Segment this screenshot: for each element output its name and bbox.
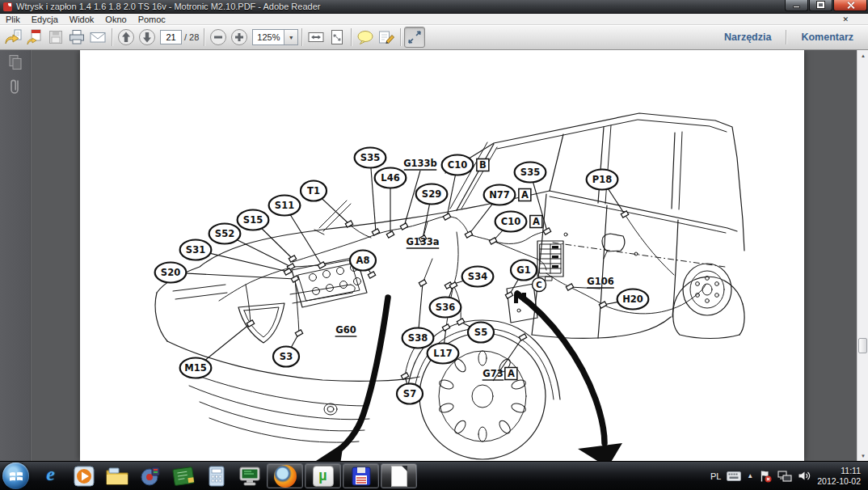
diagram-label-g60: G60 [335,324,357,336]
keyboard-icon[interactable] [727,471,741,481]
svg-text:S38: S38 [408,332,428,344]
diagram-label-g1: G1 [511,260,537,281]
start-button[interactable] [2,463,29,489]
diagram-label-s34: S34 [462,267,494,287]
attachments-button[interactable] [0,74,31,99]
menu-edycja[interactable]: Edycja [26,14,64,25]
email-button[interactable] [87,27,108,48]
action-center-flag-icon[interactable] [759,470,772,483]
print-button[interactable] [66,27,87,48]
maximize-button[interactable] [809,0,832,11]
tray-clock[interactable]: 11:11 2012-10-02 [817,466,861,486]
menu-okno[interactable]: Okno [99,14,132,25]
zoom-level-value: 125% [253,30,284,44]
page-thumbnails-button[interactable] [0,50,31,74]
save-icon [47,28,65,46]
menu-pomoc[interactable]: Pomoc [133,14,171,25]
svg-text:B: B [479,159,487,171]
comment-button[interactable] [355,27,376,48]
tray-expand-icon[interactable]: ▲ [747,472,753,479]
save-button[interactable] [45,27,66,48]
speaker-icon[interactable] [798,470,811,482]
previous-page-button[interactable] [116,27,137,48]
sign-icon [377,28,396,46]
taskbar-utorrent[interactable]: µ [305,463,341,488]
zoom-level-box[interactable]: 125% ▾ [252,29,298,45]
zoom-in-button[interactable] [229,27,250,48]
taskbar-explorer[interactable] [100,463,133,490]
diagram-label-s52: S52 [209,224,241,244]
menubar-close-icon[interactable]: ✕ [842,15,849,23]
svg-text:G133a: G133a [406,236,439,247]
diagram-label-s11: S11 [269,196,301,216]
taskbar-firefox[interactable] [267,463,303,488]
email-icon [88,28,107,46]
diagram-label-s29: S29 [416,184,448,205]
scrollbar-thumb[interactable] [858,338,867,353]
floppy-icon [351,466,372,487]
diagram-label-l17: L17 [428,344,459,364]
taskbar-save-app[interactable] [343,463,379,488]
language-indicator[interactable]: PL [710,471,721,481]
fit-page-icon [327,28,347,46]
svg-text:A: A [533,216,540,227]
svg-text:S20: S20 [161,267,180,278]
firefox-icon [274,465,297,488]
minimize-icon [793,6,800,8]
sign-button[interactable] [376,27,397,48]
circuit-board-icon [171,466,196,487]
page-number-input[interactable] [160,30,182,44]
zoom-dropdown-arrow[interactable]: ▾ [284,30,297,44]
fit-page-button[interactable] [327,27,348,48]
scroll-down-arrow[interactable]: ▼ [857,450,868,461]
svg-text:S15: S15 [243,214,263,226]
ie-icon: e [46,463,55,485]
taskbar-calculator[interactable] [200,463,233,490]
taskbar-dvd-player[interactable] [133,463,166,490]
close-button[interactable] [833,0,867,11]
expand-button[interactable] [404,27,425,48]
svg-text:T1: T1 [307,185,320,196]
menu-widok[interactable]: Widok [64,14,100,25]
wmp-icon [73,465,95,488]
scroll-up-arrow[interactable]: ▲ [857,50,868,61]
svg-text:C: C [536,281,541,289]
system-tray: PL ▲ [710,466,868,486]
diagram-label-s35: S35 [355,148,386,168]
diagram-label-s36: S36 [430,298,461,318]
taskbar-media-player[interactable] [67,463,100,490]
svg-text:M15: M15 [184,362,206,374]
taskbar-hardware-tool[interactable] [166,463,200,490]
pdf-page: S35L46G133bC10BS35P18T1S29N77AS11C10AS15… [80,50,804,461]
diagram-label-l46: L46 [375,168,407,188]
create-pdf-icon [25,28,44,46]
taskbar-ie[interactable]: e [34,463,67,490]
zoom-out-button[interactable] [208,27,229,48]
diagram-label-s38: S38 [402,328,434,348]
svg-text:P18: P18 [592,174,612,185]
svg-text:A8: A8 [356,255,370,266]
taskbar-remote-desktop[interactable] [233,463,266,490]
svg-text:L46: L46 [381,172,399,184]
attachments-icon [6,77,24,96]
vertical-scrollbar[interactable]: ▲ ▼ [857,50,868,461]
open-button[interactable] [3,27,24,48]
tools-panel-button[interactable]: Narzędzia [713,32,782,43]
explorer-icon [105,466,129,487]
wiring-diagram: S35L46G133bC10BS35P18T1S29N77AS11C10AS15… [80,50,804,461]
diagram-label-n77: N77A [484,185,531,205]
comment-panel-button[interactable]: Komentarz [790,32,865,43]
diagram-label-g106: G106 [587,276,614,288]
fit-width-button[interactable] [305,27,327,48]
network-icon[interactable] [777,470,792,482]
minimize-button[interactable] [785,0,808,11]
page-total-label: / 28 [184,32,199,42]
diagram-label-s31: S31 [180,240,212,260]
create-pdf-button[interactable] [24,27,45,48]
media-player-icon [139,465,162,488]
print-icon [67,28,86,46]
taskbar-document[interactable] [381,463,417,488]
next-page-button[interactable] [137,27,158,48]
menu-plik[interactable]: Plik [0,14,26,25]
clock-time: 11:11 [817,466,861,476]
